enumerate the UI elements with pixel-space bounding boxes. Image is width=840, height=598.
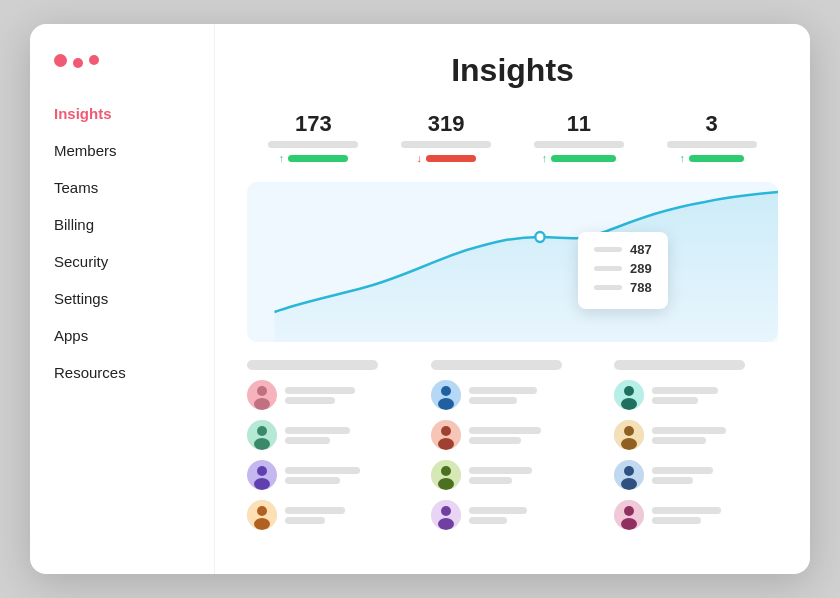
person-bar-f <box>285 477 340 484</box>
person-row-3-1 <box>614 380 778 410</box>
person-row-2-4 <box>431 500 595 530</box>
svg-point-16 <box>441 426 451 436</box>
tooltip-row-3: 788 <box>594 280 652 295</box>
bottom-col-2 <box>431 360 595 534</box>
person-row-3-4 <box>614 500 778 530</box>
stat-bar-bg-3 <box>534 141 624 148</box>
svg-point-25 <box>624 386 634 396</box>
person-bar-t <box>652 437 706 444</box>
avatar-3-4 <box>614 500 644 530</box>
person-bars-1-4 <box>285 507 345 524</box>
svg-point-20 <box>438 478 454 490</box>
logo <box>30 52 214 96</box>
sidebar-item-members[interactable]: Members <box>30 133 214 168</box>
stat-fill-2 <box>426 155 476 162</box>
col-header-bar-3 <box>614 360 745 370</box>
svg-point-5 <box>254 438 270 450</box>
person-bars-2-3 <box>469 467 532 484</box>
person-bars-3-4 <box>652 507 721 524</box>
stat-value-4: 3 <box>706 111 718 137</box>
sidebar-item-security[interactable]: Security <box>30 244 214 279</box>
person-bars-2-4 <box>469 507 527 524</box>
main-content: Insights 173 ↑ 319 ↓ <box>215 24 810 574</box>
tooltip-row-2: 289 <box>594 261 652 276</box>
stat-bar-row-3: ↑ <box>542 152 617 164</box>
person-bar-m <box>469 467 532 474</box>
sidebar-item-resources[interactable]: Resources <box>30 355 214 390</box>
person-bar-d <box>285 437 330 444</box>
svg-point-7 <box>257 466 267 476</box>
logo-dot-1 <box>54 54 67 67</box>
chart-area: 487 289 788 <box>247 182 778 342</box>
person-bars-3-2 <box>652 427 726 444</box>
person-bar-k <box>469 427 541 434</box>
tooltip-val-2: 289 <box>630 261 652 276</box>
svg-point-8 <box>254 478 270 490</box>
tooltip-val-1: 487 <box>630 242 652 257</box>
chart-svg <box>247 182 778 342</box>
avatar-2-2 <box>431 420 461 450</box>
tooltip-line-3 <box>594 285 622 290</box>
svg-point-28 <box>624 426 634 436</box>
stat-card-1: 173 ↑ <box>268 111 358 164</box>
avatar-2-1 <box>431 380 461 410</box>
app-window: Insights Members Teams Billing Security … <box>30 24 810 574</box>
avatar-1-2 <box>247 420 277 450</box>
svg-point-32 <box>621 478 637 490</box>
person-row-1-4 <box>247 500 411 530</box>
person-bar-o <box>469 507 527 514</box>
person-row-3-3 <box>614 460 778 490</box>
stat-value-1: 173 <box>295 111 332 137</box>
person-bar-h <box>285 517 325 524</box>
col-header-bar-1 <box>247 360 378 370</box>
stat-arrow-4: ↑ <box>679 152 685 164</box>
stat-fill-4 <box>689 155 744 162</box>
person-bar-x <box>652 517 701 524</box>
person-bars-2-1 <box>469 387 537 404</box>
bottom-col-3 <box>614 360 778 534</box>
stat-value-3: 11 <box>567 111 591 137</box>
stat-bar-bg-2 <box>401 141 491 148</box>
sidebar-item-settings[interactable]: Settings <box>30 281 214 316</box>
person-bar-c <box>285 427 350 434</box>
avatar-3-2 <box>614 420 644 450</box>
stat-arrow-3: ↑ <box>542 152 548 164</box>
chart-tooltip: 487 289 788 <box>578 232 668 309</box>
person-row-2-3 <box>431 460 595 490</box>
person-bars-1-3 <box>285 467 360 484</box>
avatar-3-1 <box>614 380 644 410</box>
svg-point-23 <box>438 518 454 530</box>
sidebar-item-teams[interactable]: Teams <box>30 170 214 205</box>
person-bar-e <box>285 467 360 474</box>
stat-arrow-1: ↑ <box>279 152 285 164</box>
person-bars-1-2 <box>285 427 350 444</box>
svg-point-10 <box>257 506 267 516</box>
person-bar-j <box>469 397 517 404</box>
sidebar-item-apps[interactable]: Apps <box>30 318 214 353</box>
person-row-2-2 <box>431 420 595 450</box>
bottom-row <box>247 360 778 534</box>
stat-bar-row-2: ↓ <box>416 152 476 164</box>
svg-point-34 <box>624 506 634 516</box>
person-bar-v <box>652 477 693 484</box>
sidebar-item-insights[interactable]: Insights <box>30 96 214 131</box>
tooltip-row-1: 487 <box>594 242 652 257</box>
tooltip-val-3: 788 <box>630 280 652 295</box>
sidebar-item-billing[interactable]: Billing <box>30 207 214 242</box>
person-row-2-1 <box>431 380 595 410</box>
svg-point-19 <box>441 466 451 476</box>
svg-point-4 <box>257 426 267 436</box>
avatar-3-3 <box>614 460 644 490</box>
chart-fill <box>274 192 778 342</box>
svg-point-14 <box>438 398 454 410</box>
avatar-1-4 <box>247 500 277 530</box>
stat-bar-row-1: ↑ <box>279 152 349 164</box>
svg-point-17 <box>438 438 454 450</box>
person-bars-3-3 <box>652 467 713 484</box>
stat-value-2: 319 <box>428 111 465 137</box>
avatar-2-3 <box>431 460 461 490</box>
person-bars-3-1 <box>652 387 718 404</box>
person-bar-r <box>652 397 698 404</box>
logo-dot-2 <box>73 58 83 68</box>
tooltip-line-1 <box>594 247 622 252</box>
